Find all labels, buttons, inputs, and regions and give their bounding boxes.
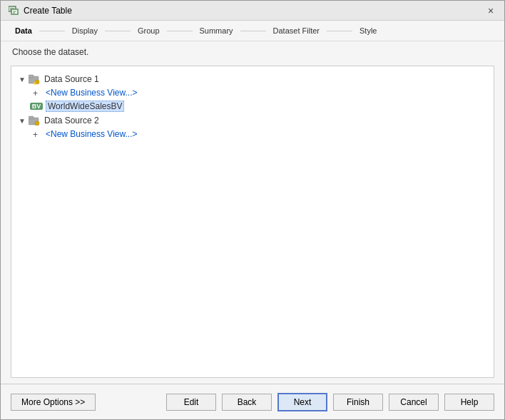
step-style: Style [357,26,379,35]
new-bv-1-label[interactable]: <New Business View...> [46,88,138,98]
new-bv-2-row[interactable]: + <New Business View...> [30,128,488,140]
new-bv-1-row[interactable]: + <New Business View...> [30,86,488,99]
cancel-button[interactable]: Cancel [389,394,439,411]
svg-text:⚡: ⚡ [32,81,38,86]
finish-button[interactable]: Finish [333,394,383,411]
step-divider-4 [239,31,267,31]
bv-item-label[interactable]: WorldWideSalesBV [46,101,124,112]
bv-badge: BV [30,103,43,110]
create-table-dialog: Create Table × Data Display Group Summar… [0,0,505,420]
dataset-tree[interactable]: ▼ ⚡ Data Source 1 + <New Business View..… [11,66,494,378]
datasource-1-toggle[interactable]: ▼ [17,74,27,84]
step-display: Display [69,26,101,35]
step-divider-5 [325,31,354,31]
step-divider-1 [38,31,66,31]
new-bv-2-label[interactable]: <New Business View...> [46,129,138,139]
app-icon [8,5,19,16]
more-options-button[interactable]: More Options >> [11,394,96,411]
title-bar-left: Create Table [8,5,72,16]
step-divider-3 [165,31,194,31]
datasource-2-toggle[interactable]: ▼ [17,116,27,126]
step-group: Group [135,26,163,35]
close-button[interactable]: × [484,4,497,17]
datasource-2-label[interactable]: Data Source 2 [44,116,99,126]
step-dataset-filter: Dataset Filter [270,26,322,35]
svg-rect-11 [29,116,34,119]
datasource-1-row: ▼ ⚡ Data Source 1 [17,72,488,86]
datasource-2-icon [29,115,41,126]
wizard-steps: Data Display Group Summary Dataset Filte… [1,21,504,41]
datasource-2-children: + <New Business View...> [30,128,488,140]
datasource-1-children: + <New Business View...> BV WorldWideSal… [30,86,488,113]
bottom-bar: More Options >> Edit Back Next Finish Ca… [1,384,504,419]
datasource-1-icon: ⚡ [29,73,41,85]
svg-rect-7 [29,75,34,78]
step-data: Data [12,26,35,35]
dialog-title: Create Table [24,6,72,16]
plus-icon-2: + [33,130,41,138]
plus-icon-1: + [33,88,41,97]
edit-button[interactable]: Edit [166,394,216,411]
next-button[interactable]: Next [277,393,327,411]
title-bar: Create Table × [1,1,504,21]
svg-point-12 [35,121,39,126]
step-summary: Summary [197,26,236,35]
help-button[interactable]: Help [444,394,494,411]
back-button[interactable]: Back [222,394,272,411]
bv-item-row[interactable]: BV WorldWideSalesBV [30,99,488,113]
datasource-1-label[interactable]: Data Source 1 [44,74,99,84]
step-description: Choose the dataset. [1,41,504,63]
step-divider-2 [103,31,132,31]
datasource-2-row: ▼ Data Source 2 [17,113,488,128]
